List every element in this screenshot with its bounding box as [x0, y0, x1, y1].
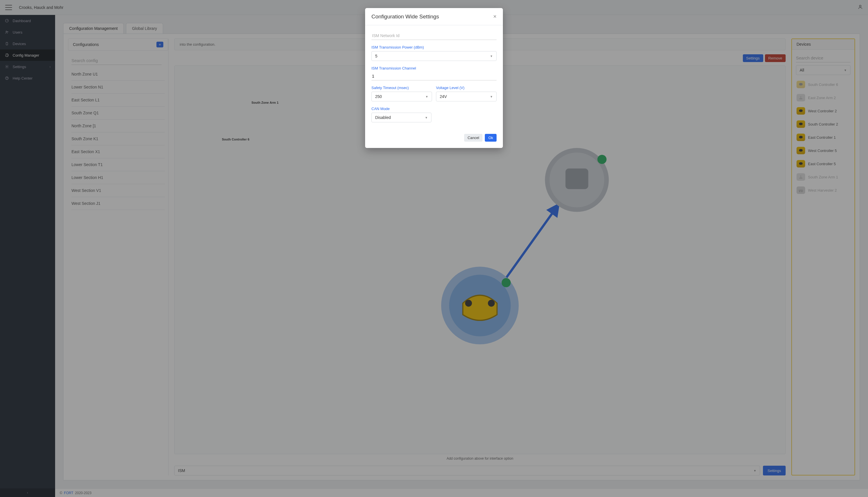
ism-tx-power-label: ISM Transmission Power (dBm): [371, 45, 497, 49]
ism-tx-channel-input[interactable]: [371, 72, 497, 81]
safety-timeout-value: 250: [375, 94, 382, 99]
can-mode-value: Disabled: [375, 115, 391, 120]
modal-overlay[interactable]: Configuration Wide Settings × ISM Transm…: [0, 0, 868, 497]
can-mode-label: CAN Mode: [371, 106, 431, 111]
safety-timeout-label: Safety Timeout (msec): [371, 86, 432, 90]
voltage-level-select[interactable]: 24V ▼: [436, 91, 497, 101]
voltage-level-label: Voltage Level (V): [436, 86, 497, 90]
chevron-down-icon: ▼: [490, 95, 493, 98]
ism-tx-power-value: 5: [375, 54, 378, 58]
voltage-level-value: 24V: [440, 94, 447, 99]
chevron-down-icon: ▼: [425, 116, 428, 119]
close-icon: ×: [493, 13, 497, 19]
safety-timeout-select[interactable]: 250 ▼: [371, 91, 432, 101]
ism-tx-power-select[interactable]: 5 ▼: [371, 51, 497, 61]
chevron-down-icon: ▼: [425, 95, 428, 98]
can-mode-select[interactable]: Disabled ▼: [371, 113, 431, 123]
modal-title: Configuration Wide Settings: [371, 14, 439, 20]
close-button[interactable]: ×: [493, 13, 497, 20]
ism-tx-channel-label: ISM Transmission Channel: [371, 66, 497, 70]
settings-modal: Configuration Wide Settings × ISM Transm…: [365, 8, 503, 148]
cancel-button[interactable]: Cancel: [464, 134, 483, 142]
ism-network-id-input[interactable]: [371, 32, 497, 40]
chevron-down-icon: ▼: [490, 55, 493, 58]
ok-button[interactable]: Ok: [485, 134, 497, 142]
